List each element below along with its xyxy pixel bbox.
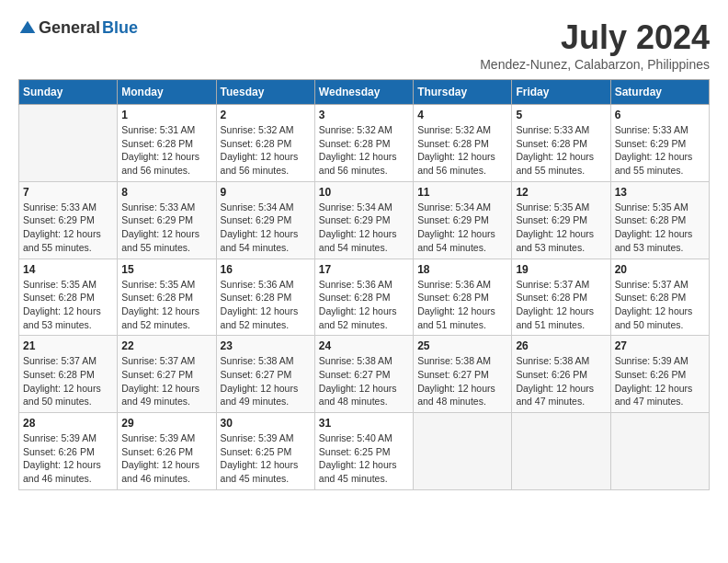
calendar-week-row: 14Sunrise: 5:35 AMSunset: 6:28 PMDayligh… (19, 259, 710, 336)
calendar-cell: 22Sunrise: 5:37 AMSunset: 6:27 PMDayligh… (118, 336, 216, 413)
weekday-header-wednesday: Wednesday (314, 80, 413, 105)
day-info: Sunrise: 5:33 AMSunset: 6:29 PMDaylight:… (121, 201, 211, 255)
day-info: Sunrise: 5:37 AMSunset: 6:27 PMDaylight:… (121, 354, 211, 408)
calendar-cell: 15Sunrise: 5:35 AMSunset: 6:28 PMDayligh… (118, 259, 216, 336)
day-info: Sunrise: 5:37 AMSunset: 6:28 PMDaylight:… (615, 278, 705, 332)
day-number: 13 (615, 186, 705, 199)
weekday-header-row: SundayMondayTuesdayWednesdayThursdayFrid… (19, 80, 710, 105)
day-info: Sunrise: 5:39 AMSunset: 6:26 PMDaylight:… (23, 431, 113, 486)
calendar-week-row: 7Sunrise: 5:33 AMSunset: 6:29 PMDaylight… (19, 181, 710, 259)
weekday-header-thursday: Thursday (414, 80, 512, 105)
day-number: 10 (319, 186, 409, 199)
day-number: 31 (319, 417, 409, 430)
day-info: Sunrise: 5:32 AMSunset: 6:28 PMDaylight:… (417, 123, 507, 178)
day-info: Sunrise: 5:40 AMSunset: 6:25 PMDaylight:… (319, 431, 409, 486)
calendar-cell: 9Sunrise: 5:34 AMSunset: 6:29 PMDaylight… (216, 181, 314, 259)
day-info: Sunrise: 5:36 AMSunset: 6:28 PMDaylight:… (417, 278, 507, 332)
calendar-cell: 7Sunrise: 5:33 AMSunset: 6:29 PMDaylight… (19, 181, 118, 259)
day-info: Sunrise: 5:37 AMSunset: 6:28 PMDaylight:… (516, 278, 606, 332)
day-info: Sunrise: 5:37 AMSunset: 6:28 PMDaylight:… (23, 354, 113, 408)
calendar-cell: 29Sunrise: 5:39 AMSunset: 6:26 PMDayligh… (118, 413, 216, 490)
day-info: Sunrise: 5:33 AMSunset: 6:29 PMDaylight:… (615, 123, 705, 178)
day-info: Sunrise: 5:34 AMSunset: 6:29 PMDaylight:… (417, 201, 507, 255)
day-info: Sunrise: 5:35 AMSunset: 6:29 PMDaylight:… (516, 201, 606, 255)
calendar-cell: 19Sunrise: 5:37 AMSunset: 6:28 PMDayligh… (512, 259, 610, 336)
calendar-cell: 23Sunrise: 5:38 AMSunset: 6:27 PMDayligh… (216, 336, 314, 413)
calendar-cell: 3Sunrise: 5:32 AMSunset: 6:28 PMDaylight… (314, 105, 413, 182)
calendar-week-row: 28Sunrise: 5:39 AMSunset: 6:26 PMDayligh… (19, 413, 710, 490)
calendar-cell: 31Sunrise: 5:40 AMSunset: 6:25 PMDayligh… (314, 413, 413, 490)
logo-icon (18, 19, 37, 38)
day-number: 1 (121, 109, 211, 121)
page-title: July 2024 (480, 18, 710, 57)
calendar-cell: 16Sunrise: 5:36 AMSunset: 6:28 PMDayligh… (216, 259, 314, 336)
calendar-cell: 17Sunrise: 5:36 AMSunset: 6:28 PMDayligh… (314, 259, 413, 336)
svg-marker-0 (20, 20, 36, 32)
weekday-header-sunday: Sunday (19, 80, 118, 105)
calendar-table: SundayMondayTuesdayWednesdayThursdayFrid… (18, 79, 710, 490)
calendar-cell: 27Sunrise: 5:39 AMSunset: 6:26 PMDayligh… (610, 336, 709, 413)
weekday-header-monday: Monday (118, 80, 216, 105)
calendar-cell: 20Sunrise: 5:37 AMSunset: 6:28 PMDayligh… (610, 259, 709, 336)
calendar-cell: 11Sunrise: 5:34 AMSunset: 6:29 PMDayligh… (414, 181, 512, 259)
day-number: 15 (121, 263, 211, 276)
calendar-cell (19, 105, 118, 182)
day-number: 20 (615, 263, 705, 276)
calendar-cell: 30Sunrise: 5:39 AMSunset: 6:25 PMDayligh… (216, 413, 314, 490)
calendar-cell: 24Sunrise: 5:38 AMSunset: 6:27 PMDayligh… (314, 336, 413, 413)
day-number: 6 (615, 109, 705, 121)
day-number: 9 (221, 186, 311, 199)
day-info: Sunrise: 5:34 AMSunset: 6:29 PMDaylight:… (221, 201, 311, 255)
page-header: General Blue July 2024 Mendez-Nunez, Cal… (18, 18, 710, 72)
day-info: Sunrise: 5:35 AMSunset: 6:28 PMDaylight:… (615, 201, 705, 255)
day-number: 18 (417, 263, 507, 276)
weekday-header-saturday: Saturday (610, 80, 709, 105)
day-number: 23 (221, 339, 311, 352)
calendar-cell: 12Sunrise: 5:35 AMSunset: 6:29 PMDayligh… (512, 181, 610, 259)
calendar-cell (610, 413, 709, 490)
day-number: 29 (121, 417, 211, 430)
day-info: Sunrise: 5:39 AMSunset: 6:26 PMDaylight:… (121, 431, 211, 486)
calendar-cell: 10Sunrise: 5:34 AMSunset: 6:29 PMDayligh… (314, 181, 413, 259)
calendar-cell: 4Sunrise: 5:32 AMSunset: 6:28 PMDaylight… (414, 105, 512, 182)
day-info: Sunrise: 5:33 AMSunset: 6:29 PMDaylight:… (23, 201, 113, 255)
calendar-cell (512, 413, 610, 490)
day-number: 2 (221, 109, 311, 121)
day-number: 25 (417, 339, 507, 352)
day-number: 11 (417, 186, 507, 199)
day-number: 27 (615, 339, 705, 352)
day-number: 3 (319, 109, 409, 121)
day-number: 30 (221, 417, 311, 430)
day-number: 5 (516, 109, 606, 121)
day-number: 8 (121, 186, 211, 199)
day-info: Sunrise: 5:38 AMSunset: 6:27 PMDaylight:… (417, 354, 507, 408)
day-number: 7 (23, 186, 113, 199)
calendar-cell: 28Sunrise: 5:39 AMSunset: 6:26 PMDayligh… (19, 413, 118, 490)
day-number: 12 (516, 186, 606, 199)
day-number: 28 (23, 417, 113, 430)
calendar-cell: 1Sunrise: 5:31 AMSunset: 6:28 PMDaylight… (118, 105, 216, 182)
day-info: Sunrise: 5:39 AMSunset: 6:26 PMDaylight:… (615, 354, 705, 408)
calendar-cell: 5Sunrise: 5:33 AMSunset: 6:28 PMDaylight… (512, 105, 610, 182)
logo: General Blue (18, 18, 138, 38)
day-info: Sunrise: 5:31 AMSunset: 6:28 PMDaylight:… (121, 123, 211, 178)
day-info: Sunrise: 5:32 AMSunset: 6:28 PMDaylight:… (319, 123, 409, 178)
day-number: 14 (23, 263, 113, 276)
weekday-header-tuesday: Tuesday (216, 80, 314, 105)
weekday-header-friday: Friday (512, 80, 610, 105)
calendar-week-row: 21Sunrise: 5:37 AMSunset: 6:28 PMDayligh… (19, 336, 710, 413)
day-info: Sunrise: 5:38 AMSunset: 6:27 PMDaylight:… (319, 354, 409, 408)
day-number: 4 (417, 109, 507, 121)
day-number: 16 (221, 263, 311, 276)
day-info: Sunrise: 5:32 AMSunset: 6:28 PMDaylight:… (221, 123, 311, 178)
calendar-cell: 2Sunrise: 5:32 AMSunset: 6:28 PMDaylight… (216, 105, 314, 182)
day-number: 22 (121, 339, 211, 352)
day-info: Sunrise: 5:38 AMSunset: 6:26 PMDaylight:… (516, 354, 606, 408)
calendar-cell: 25Sunrise: 5:38 AMSunset: 6:27 PMDayligh… (414, 336, 512, 413)
day-info: Sunrise: 5:35 AMSunset: 6:28 PMDaylight:… (121, 278, 211, 332)
day-info: Sunrise: 5:36 AMSunset: 6:28 PMDaylight:… (221, 278, 311, 332)
page-subtitle: Mendez-Nunez, Calabarzon, Philippines (480, 57, 710, 72)
day-number: 26 (516, 339, 606, 352)
calendar-cell: 8Sunrise: 5:33 AMSunset: 6:29 PMDaylight… (118, 181, 216, 259)
calendar-cell (414, 413, 512, 490)
